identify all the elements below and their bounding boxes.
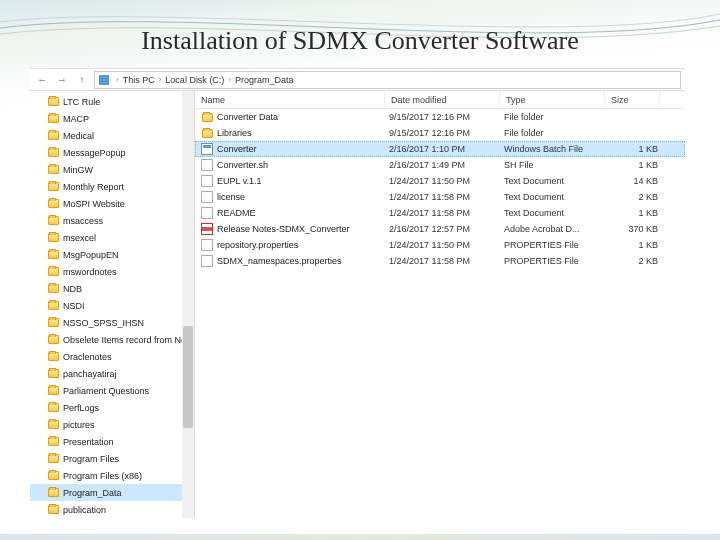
scrollbar-thumb[interactable]: [183, 326, 193, 428]
column-name-header[interactable]: Name: [195, 91, 385, 108]
sidebar-item[interactable]: Oraclenotes: [30, 348, 194, 365]
file-date: 2/16/2017 1:10 PM: [389, 144, 504, 154]
breadcrumb-item[interactable]: Local Disk (C:): [165, 75, 224, 85]
file-name: repository.properties: [217, 240, 389, 250]
sidebar-item[interactable]: mswordnotes: [30, 263, 194, 280]
sidebar-item[interactable]: MACP: [30, 110, 194, 127]
folder-icon: [48, 250, 59, 259]
folder-icon: [48, 301, 59, 310]
sidebar-item-label: NSDI: [63, 301, 85, 311]
file-date: 1/24/2017 11:58 PM: [389, 208, 504, 218]
file-row[interactable]: Libraries9/15/2017 12:16 PMFile folder: [195, 125, 685, 141]
folder-icon: [48, 165, 59, 174]
breadcrumb-item[interactable]: Program_Data: [235, 75, 294, 85]
sidebar-item[interactable]: Medical: [30, 127, 194, 144]
file-date: 2/16/2017 1:49 PM: [389, 160, 504, 170]
breadcrumb-item[interactable]: This PC: [123, 75, 155, 85]
sidebar-item[interactable]: Program Files: [30, 450, 194, 467]
file-row[interactable]: EUPL v.1.11/24/2017 11:50 PMText Documen…: [195, 173, 685, 189]
sidebar-item-label: MsgPopupEN: [63, 250, 119, 260]
sidebar-item[interactable]: MoSPI Website: [30, 195, 194, 212]
txt-icon: [201, 191, 213, 203]
sidebar-item[interactable]: msaccess: [30, 212, 194, 229]
file-row[interactable]: README1/24/2017 11:58 PMText Document1 K…: [195, 205, 685, 221]
sidebar-item[interactable]: MsgPopupEN: [30, 246, 194, 263]
sidebar-item[interactable]: Parliament Questions: [30, 382, 194, 399]
file-list-pane: Name Date modified Type Size Converter D…: [195, 91, 685, 518]
column-size-header[interactable]: Size: [605, 91, 660, 108]
sidebar-item[interactable]: MinGW: [30, 161, 194, 178]
folder-icon: [48, 318, 59, 327]
forward-button[interactable]: →: [54, 72, 70, 88]
file-list[interactable]: Converter Data9/15/2017 12:16 PMFile fol…: [195, 109, 685, 518]
sidebar-item[interactable]: LTC Rule: [30, 93, 194, 110]
file-name: license: [217, 192, 389, 202]
file-date: 2/16/2017 12:57 PM: [389, 224, 504, 234]
file-type: Text Document: [504, 192, 609, 202]
sidebar-item[interactable]: NSSO_SPSS_IHSN: [30, 314, 194, 331]
sidebar-item[interactable]: Program Files (x86): [30, 467, 194, 484]
sidebar-item[interactable]: NSDI: [30, 297, 194, 314]
file-name: Release Notes-SDMX_Converter: [217, 224, 389, 234]
column-type-header[interactable]: Type: [500, 91, 605, 108]
file-row[interactable]: Release Notes-SDMX_Converter2/16/2017 12…: [195, 221, 685, 237]
column-headers: Name Date modified Type Size: [195, 91, 685, 109]
folder-icon: [48, 199, 59, 208]
sidebar-item[interactable]: MessagePopup: [30, 144, 194, 161]
sidebar-item[interactable]: Obselete Items record from Nov 2015: [30, 331, 194, 348]
pdf-icon: [201, 223, 213, 235]
column-date-header[interactable]: Date modified: [385, 91, 500, 108]
sidebar-item[interactable]: NDB: [30, 280, 194, 297]
sidebar-item-label: Program_Data: [63, 488, 122, 498]
sidebar-item-label: Medical: [63, 131, 94, 141]
sidebar-item[interactable]: publication: [30, 501, 194, 518]
up-button[interactable]: ↑: [74, 72, 90, 88]
folder-icon: [48, 471, 59, 480]
sidebar-item-label: MinGW: [63, 165, 93, 175]
sidebar-item-label: Oraclenotes: [63, 352, 112, 362]
sidebar-item-label: NDB: [63, 284, 82, 294]
file-row[interactable]: Converter.sh2/16/2017 1:49 PMSH File1 KB: [195, 157, 685, 173]
sidebar-item[interactable]: Presentation: [30, 433, 194, 450]
file-row[interactable]: Converter2/16/2017 1:10 PMWindows Batch …: [195, 141, 685, 157]
txt-icon: [201, 175, 213, 187]
folder-tree-sidebar[interactable]: LTC RuleMACPMedicalMessagePopupMinGWMont…: [30, 91, 195, 518]
sidebar-item[interactable]: Monthly Report: [30, 178, 194, 195]
file-type: Text Document: [504, 176, 609, 186]
file-size: 2 KB: [609, 256, 664, 266]
file-name: README: [217, 208, 389, 218]
file-date: 9/15/2017 12:16 PM: [389, 112, 504, 122]
sidebar-item[interactable]: PerfLogs: [30, 399, 194, 416]
file-icon: [201, 255, 213, 267]
file-type: SH File: [504, 160, 609, 170]
sidebar-item[interactable]: panchayatiraj: [30, 365, 194, 382]
folder-icon: [48, 403, 59, 412]
file-size: 1 KB: [609, 144, 664, 154]
file-name: SDMX_namespaces.properties: [217, 256, 389, 266]
sidebar-item-label: LTC Rule: [63, 97, 100, 107]
file-size: 2 KB: [609, 192, 664, 202]
breadcrumb[interactable]: › This PC › Local Disk (C:) › Program_Da…: [94, 71, 681, 89]
file-row[interactable]: SDMX_namespaces.properties1/24/2017 11:5…: [195, 253, 685, 269]
slide-footer-accent: [0, 534, 720, 540]
file-size: 14 KB: [609, 176, 664, 186]
file-row[interactable]: Converter Data9/15/2017 12:16 PMFile fol…: [195, 109, 685, 125]
folder-icon: [201, 111, 213, 123]
slide-title: Installation of SDMX Converter Software: [0, 26, 720, 56]
folder-icon: [48, 114, 59, 123]
file-type: PROPERTIES File: [504, 256, 609, 266]
sidebar-item[interactable]: pictures: [30, 416, 194, 433]
sidebar-item[interactable]: Program_Data: [30, 484, 194, 501]
file-icon: [201, 239, 213, 251]
folder-icon: [48, 131, 59, 140]
sidebar-scrollbar[interactable]: [182, 91, 194, 518]
folder-icon: [48, 352, 59, 361]
file-date: 9/15/2017 12:16 PM: [389, 128, 504, 138]
folder-icon: [48, 267, 59, 276]
back-button[interactable]: ←: [34, 72, 50, 88]
file-row[interactable]: license1/24/2017 11:58 PMText Document2 …: [195, 189, 685, 205]
file-row[interactable]: repository.properties1/24/2017 11:50 PMP…: [195, 237, 685, 253]
sidebar-item[interactable]: msexcel: [30, 229, 194, 246]
bat-icon: [201, 143, 213, 155]
sidebar-item-label: Program Files: [63, 454, 119, 464]
